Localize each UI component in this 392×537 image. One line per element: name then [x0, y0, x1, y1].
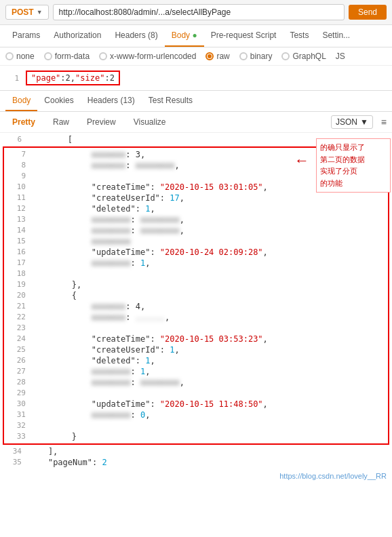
- body-type-formdata[interactable]: form-data: [44, 52, 90, 61]
- blurred-key-15: xxxxxxxx: [92, 237, 131, 246]
- blurred-key-13: xxxxxxxx: [92, 215, 131, 224]
- blurred-key-17: xxxxxxxx: [92, 258, 131, 268]
- resp-line-15: 15 xxxxxxxx: [4, 236, 388, 247]
- resp-line-19: 19 },: [4, 279, 388, 290]
- blurred-key-14: xxxxxxxx: [92, 226, 131, 235]
- body-type-none[interactable]: none: [5, 52, 35, 61]
- fmt-visualize[interactable]: Visualize: [127, 115, 173, 129]
- blurred-key-28: xxxxxxxx: [92, 378, 131, 387]
- request-nav-tabs: Params Authorization Headers (8) Body ● …: [0, 25, 392, 47]
- request-body-line: 1 "page":2,"size":2: [0, 68, 392, 87]
- blurred-val-8: xxxxxxxx: [136, 161, 175, 170]
- format-select-label: JSON: [336, 117, 357, 127]
- resp-line-32: 32: [4, 420, 388, 431]
- resp-line-16: 16 "updateTime": "2020-10-24 02:09:28",: [4, 247, 388, 258]
- resp-line-33: 33 }: [4, 431, 388, 442]
- body-type-binary[interactable]: binary: [239, 52, 273, 61]
- resp-line-17: 17 xxxxxxxx: 1,: [4, 258, 388, 268]
- body-type-row: none form-data x-www-form-urlencoded raw…: [0, 47, 392, 66]
- resp-line-12: 12 "deleted": 1,: [4, 203, 388, 214]
- body-type-js[interactable]: JS: [336, 52, 345, 61]
- radio-binary: [239, 52, 248, 60]
- response-post-lines: 34 ], 35 "pageNum": 2: [0, 445, 392, 469]
- resp-tab-body[interactable]: Body: [5, 91, 37, 111]
- radio-urlencoded: [99, 52, 107, 60]
- blurred-key-21: xxxxxxx: [92, 302, 126, 311]
- fmt-pretty[interactable]: Pretty: [5, 115, 42, 129]
- body-type-urlencoded[interactable]: x-www-form-urlencoded: [99, 52, 196, 61]
- tab-body[interactable]: Body ●: [165, 25, 204, 47]
- method-select[interactable]: POST ▼: [5, 5, 49, 20]
- resp-line-34: 34 ],: [0, 446, 392, 457]
- resp-line-29: 29: [4, 388, 388, 399]
- tab-authorization[interactable]: Authorization: [47, 25, 108, 47]
- resp-line-13: 13 xxxxxxxx: xxxxxxxx,: [4, 214, 388, 225]
- tab-tests[interactable]: Tests: [283, 25, 315, 47]
- resp-line-14: 14 xxxxxxxx: xxxxxxxx,: [4, 225, 388, 236]
- tab-settings[interactable]: Settin...: [315, 25, 357, 47]
- url-input[interactable]: [53, 4, 345, 20]
- resp-line-35: 35 "pageNum": 2: [0, 457, 392, 468]
- body-type-graphql[interactable]: GraphQL: [281, 52, 326, 61]
- radio-graphql: [281, 52, 290, 60]
- resp-line-30: 30 "updateTime": "2020-10-15 11:48:50",: [4, 399, 388, 410]
- resp-line-18: 18: [4, 268, 388, 279]
- resp-line-31: 31 xxxxxxxx: 0,: [4, 410, 388, 420]
- resp-tab-cookies[interactable]: Cookies: [37, 91, 80, 111]
- resp-line-23: 23: [4, 323, 388, 334]
- fmt-raw[interactable]: Raw: [46, 115, 76, 129]
- resp-line-24: 24 "createTime": "2020-10-15 03:53:23",: [4, 334, 388, 344]
- blurred-key-22: xxxxxxx: [92, 313, 126, 322]
- resp-tab-test-results[interactable]: Test Results: [142, 91, 199, 111]
- resp-line-27: 27 xxxxxxxx: 1,: [4, 366, 388, 377]
- line-number-1: 1: [5, 74, 19, 83]
- request-key-page: "page": [31, 73, 60, 83]
- request-key-size: "size": [75, 73, 104, 83]
- blurred-key-7: xxxxxxx: [92, 150, 126, 159]
- wrap-icon[interactable]: ≡: [381, 117, 387, 127]
- resp-tab-headers[interactable]: Headers (13): [81, 91, 142, 111]
- resp-line-28: 28 xxxxxxxx: xxxxxxxx,: [4, 377, 388, 388]
- resp-line-11: 11 "createUserId": 17,: [4, 193, 388, 203]
- format-bar: Pretty Raw Preview Visualize JSON ▼ ≡: [0, 112, 392, 133]
- resp-line-20: 20 {: [4, 290, 388, 301]
- blurred-val-22: ......: [136, 313, 165, 322]
- response-tabs: Body Cookies Headers (13) Test Results: [0, 91, 392, 112]
- tab-params[interactable]: Params: [5, 25, 47, 47]
- tab-headers[interactable]: Headers (8): [108, 25, 164, 47]
- tab-pre-request[interactable]: Pre-request Script: [204, 25, 283, 47]
- blurred-val-14: xxxxxxxx: [140, 226, 180, 235]
- request-body-input[interactable]: "page":2,"size":2: [26, 71, 120, 85]
- blurred-key-27: xxxxxxxx: [92, 367, 131, 376]
- fmt-preview[interactable]: Preview: [80, 115, 123, 129]
- url-bar: POST ▼ Send: [0, 0, 392, 25]
- body-type-raw[interactable]: raw: [205, 52, 229, 61]
- blurred-val-13: xxxxxxxx: [140, 215, 180, 224]
- resp-line-25: 25 "createUserId": 1,: [4, 344, 388, 355]
- resp-line-21: 21 xxxxxxx: 4,: [4, 301, 388, 312]
- radio-raw: [205, 52, 214, 60]
- resp-line-22: 22 xxxxxxx: ......,: [4, 312, 388, 323]
- blurred-key-8: xxxxxxx: [92, 161, 126, 170]
- resp-line-26: 26 "deleted": 1,: [4, 355, 388, 366]
- format-select[interactable]: JSON ▼: [331, 115, 373, 129]
- blurred-key-31: xxxxxxxx: [92, 410, 131, 420]
- request-body-editor: 1 "page":2,"size":2: [0, 66, 392, 91]
- annotation-area: 的确只显示了第二页的数据实现了分页的功能 ←: [316, 138, 391, 193]
- format-select-arrow: ▼: [360, 117, 368, 127]
- method-arrow: ▼: [37, 9, 43, 16]
- annotation-arrow: ←: [294, 152, 309, 170]
- radio-formdata: [44, 52, 52, 60]
- blurred-val-28: xxxxxxxx: [140, 378, 180, 387]
- send-button[interactable]: Send: [349, 5, 387, 20]
- method-label: POST: [12, 7, 34, 17]
- response-body-container: 的确只显示了第二页的数据实现了分页的功能 ← 6 [ 7 xxxxxxx: 3,…: [0, 133, 392, 469]
- watermark: https://blog.csdn.net/lovely__RR: [0, 469, 392, 483]
- radio-none: [5, 52, 14, 60]
- annotation-box: 的确只显示了第二页的数据实现了分页的功能: [316, 138, 391, 193]
